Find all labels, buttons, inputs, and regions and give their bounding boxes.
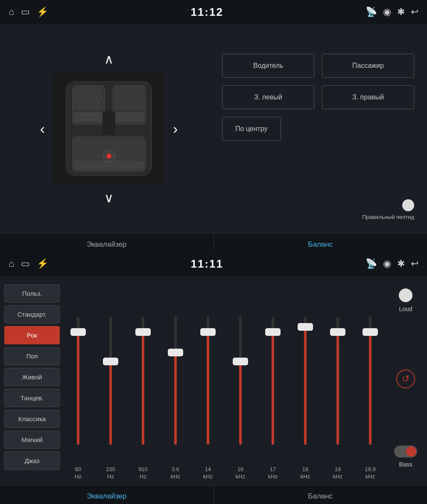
seat-up-button[interactable]: ∧ [96, 50, 122, 69]
indicator-text: Правильный пептид [362, 214, 414, 220]
preset-btn-rok[interactable]: Рок [4, 326, 60, 344]
slider-track-5[interactable] [239, 317, 242, 445]
tab-balance-bottom[interactable]: Баланс [214, 485, 427, 504]
eq-content: Польз.Стандарт.РокПопЖивойТанцев.Классик… [0, 276, 427, 485]
slider-track-3[interactable] [174, 317, 177, 445]
seat-down-button[interactable]: ∨ [96, 188, 122, 207]
slider-handle-5[interactable] [233, 358, 248, 365]
rear-left-zone-button[interactable]: З. левый [222, 85, 314, 109]
reset-button[interactable]: ↺ [396, 370, 415, 388]
slider-handle-1[interactable] [103, 358, 118, 365]
back-icon-bottom[interactable]: ↩ [411, 258, 418, 269]
back-icon[interactable]: ↩ [411, 6, 418, 17]
slider-fill-0 [77, 332, 79, 445]
cast-icon-bottom[interactable]: 📡 [366, 258, 377, 269]
slider-track-4[interactable] [207, 317, 209, 445]
seat-image-row: ‹ [36, 73, 182, 184]
driver-zone-button[interactable]: Водитель [222, 54, 314, 78]
seat-right-button[interactable]: › [169, 116, 182, 141]
slider-track-9[interactable] [369, 317, 371, 445]
preset-btn-klassika[interactable]: Классика [4, 410, 60, 428]
preset-btn-tantsev[interactable]: Танцев. [4, 389, 60, 407]
slider-col-1 [97, 317, 125, 445]
eq-right-controls: Loud ↺ Bass [389, 280, 423, 481]
passenger-zone-button[interactable]: Пассажир [322, 54, 414, 78]
location-icon-bottom[interactable]: ◉ [383, 258, 391, 269]
bass-section: Bass [394, 446, 417, 468]
slider-col-6 [259, 317, 287, 445]
slider-fill-3 [174, 353, 177, 445]
slider-col-8 [324, 317, 352, 445]
preset-list: Польз.Стандарт.РокПопЖивойТанцев.Классик… [4, 280, 60, 481]
slider-fill-9 [369, 332, 371, 445]
zone-buttons: Водитель Пассажир З. левый З. правый По … [222, 41, 414, 199]
svg-rect-10 [74, 160, 144, 170]
eq-sliders-area: 60Hz230Hz910Hz3.6kHz14kHz16kHz17kHz18kHz… [64, 280, 384, 481]
usb-icon[interactable]: ⚡ [37, 6, 48, 17]
bass-label: Bass [399, 461, 412, 468]
freq-label-0: 60Hz [64, 466, 92, 481]
freq-label-6: 17kHz [259, 466, 287, 481]
freq-label-4: 14kHz [194, 466, 222, 481]
loud-dot [399, 288, 412, 302]
freq-label-3: 3.6kHz [161, 466, 190, 481]
indicator-area: Правильный пептид [222, 199, 414, 224]
slider-track-8[interactable] [336, 317, 339, 445]
slider-handle-2[interactable] [135, 328, 151, 336]
bottom-status-left: ⌂ ▭ ⚡ [9, 258, 48, 269]
bluetooth-icon[interactable]: ✱ [397, 6, 405, 17]
slider-handle-6[interactable] [265, 328, 281, 336]
screen-icon[interactable]: ▭ [21, 6, 30, 17]
preset-btn-dzhaz[interactable]: Джаз [4, 452, 60, 470]
slider-track-6[interactable] [272, 317, 274, 445]
seat-image [53, 73, 164, 184]
bottom-tab-bar: Эквалайзер Баланс [0, 485, 427, 504]
slider-handle-8[interactable] [330, 328, 345, 336]
preset-btn-polz[interactable]: Польз. [4, 284, 60, 303]
location-icon[interactable]: ◉ [383, 6, 391, 17]
slider-col-5 [226, 317, 254, 445]
status-bar-left-icons: ⌂ ▭ ⚡ [9, 6, 48, 17]
loud-section: Loud [399, 288, 412, 312]
slider-col-4 [194, 317, 222, 445]
bass-toggle[interactable] [394, 446, 417, 457]
preset-btn-pop[interactable]: Поп [4, 347, 60, 365]
freq-label-1: 230Hz [97, 466, 125, 481]
slider-fill-5 [239, 361, 242, 445]
svg-rect-11 [102, 111, 115, 135]
slider-col-0 [64, 317, 92, 445]
freq-label-5: 16kHz [226, 466, 254, 481]
preset-btn-standart[interactable]: Стандарт. [4, 305, 60, 323]
screen-icon-bottom[interactable]: ▭ [21, 258, 30, 269]
home-icon[interactable]: ⌂ [9, 6, 14, 17]
preset-btn-zhivoy[interactable]: Живой [4, 368, 60, 386]
slider-track-1[interactable] [109, 317, 112, 445]
rear-right-zone-button[interactable]: З. правый [322, 85, 414, 109]
slider-fill-4 [207, 332, 209, 445]
usb-icon-bottom[interactable]: ⚡ [37, 258, 48, 269]
slider-handle-9[interactable] [363, 328, 378, 336]
slider-track-0[interactable] [77, 317, 79, 445]
eq-sliders [64, 280, 384, 466]
home-icon-bottom[interactable]: ⌂ [9, 258, 14, 269]
tab-equalizer-bottom[interactable]: Эквалайзер [0, 485, 214, 504]
slider-col-3 [161, 317, 190, 445]
preset-btn-myagkiy[interactable]: Мягкий [4, 431, 60, 449]
center-zone-button[interactable]: По центру [222, 117, 281, 141]
freq-label-2: 910Hz [129, 466, 157, 481]
slider-handle-3[interactable] [168, 349, 183, 356]
slider-track-7[interactable] [304, 317, 307, 445]
seat-left-button[interactable]: ‹ [36, 116, 49, 141]
slider-handle-4[interactable] [200, 328, 216, 336]
slider-col-9 [356, 317, 384, 445]
bluetooth-icon-bottom[interactable]: ✱ [397, 258, 405, 269]
slider-handle-0[interactable] [70, 328, 86, 336]
slider-track-2[interactable] [142, 317, 144, 445]
bottom-status-right: 📡 ◉ ✱ ↩ [366, 258, 418, 269]
top-clock: 11:12 [190, 6, 223, 19]
bottom-status-bar: ⌂ ▭ ⚡ 11:11 📡 ◉ ✱ ↩ [0, 252, 427, 276]
slider-handle-7[interactable] [298, 323, 313, 331]
top-panel: ⌂ ▭ ⚡ 11:12 📡 ◉ ✱ ↩ ∧ ‹ [0, 0, 427, 252]
svg-point-14 [106, 154, 111, 159]
cast-icon[interactable]: 📡 [366, 6, 377, 17]
